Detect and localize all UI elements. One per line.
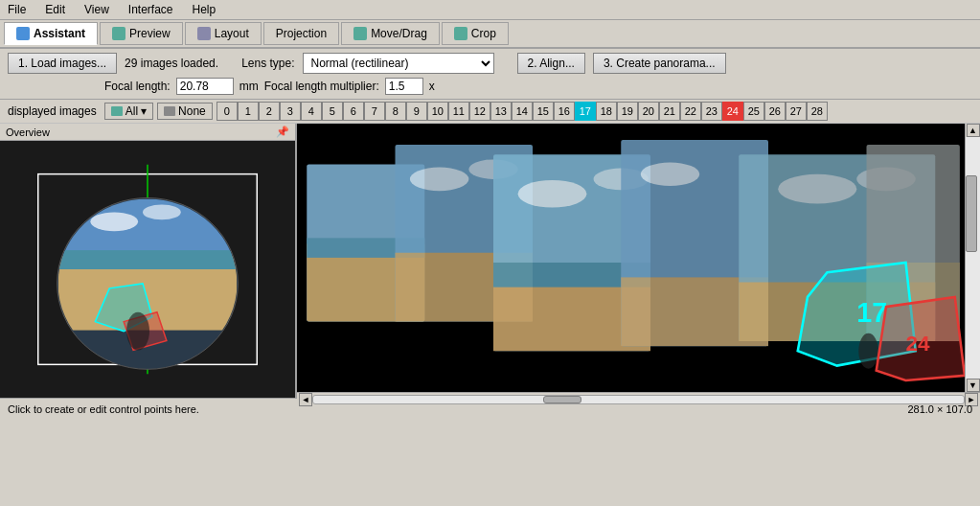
hscroll-thumb[interactable] — [543, 396, 581, 403]
multiplier-x-label: x — [429, 80, 435, 93]
lens-type-select[interactable]: Normal (rectilinear) — [303, 53, 494, 74]
img-num-btn-28[interactable]: 28 — [807, 102, 828, 121]
tab-assistant[interactable]: Assistant — [4, 22, 98, 45]
img-num-btn-7[interactable]: 7 — [364, 102, 385, 121]
img-num-btn-19[interactable]: 19 — [617, 102, 638, 121]
img-num-btn-21[interactable]: 21 — [659, 102, 680, 121]
svg-point-28 — [641, 162, 700, 186]
scroll-up-button[interactable]: ▲ — [967, 124, 980, 137]
overview-title: Overview — [6, 126, 50, 138]
all-images-button[interactable]: All ▾ — [104, 103, 153, 120]
overview-panel: Overview 📌 — [0, 124, 297, 398]
main-content: Overview 📌 — [0, 124, 980, 398]
img-num-btn-16[interactable]: 16 — [554, 102, 575, 121]
svg-point-31 — [778, 174, 856, 204]
scroll-thumb-v[interactable] — [966, 175, 977, 252]
controls-area: 1. Load images... 29 images loaded. Lens… — [0, 49, 980, 100]
menubar: File Edit View Interface Help — [0, 0, 980, 20]
focal-unit-label: mm — [239, 80, 259, 93]
load-images-button[interactable]: 1. Load images... — [8, 53, 117, 74]
img-num-btn-18[interactable]: 18 — [596, 102, 617, 121]
img-num-btn-10[interactable]: 10 — [427, 102, 448, 121]
vertical-scrollbar[interactable]: ▲ ▼ — [965, 124, 980, 392]
tabbar: Assistant Preview Layout Projection Move… — [0, 20, 980, 49]
img-num-btn-9[interactable]: 9 — [406, 102, 427, 121]
tab-movedrag[interactable]: Move/Drag — [341, 22, 440, 45]
svg-rect-9 — [58, 250, 238, 269]
all-icon — [111, 106, 123, 116]
overview-canvas[interactable] — [0, 141, 295, 398]
pano-view[interactable]: 17 24 — [297, 124, 965, 392]
pano-svg: 17 24 — [297, 124, 965, 392]
status-left: Click to create or edit control points h… — [8, 403, 199, 415]
tab-projection[interactable]: Projection — [263, 22, 339, 45]
menu-view[interactable]: View — [80, 2, 113, 17]
tab-crop[interactable]: Crop — [442, 22, 509, 45]
all-dropdown-icon: ▾ — [141, 104, 147, 118]
img-num-btn-12[interactable]: 12 — [469, 102, 490, 121]
pano-container: 17 24 ▲ ▼ ◄ — [297, 124, 980, 398]
img-num-btn-24[interactable]: 24 — [722, 102, 743, 121]
img-num-btn-0[interactable]: 0 — [217, 102, 238, 121]
img-num-btn-5[interactable]: 5 — [322, 102, 343, 121]
focal-length-label: Focal length: — [104, 80, 171, 93]
overview-header: Overview 📌 — [0, 124, 295, 141]
img-num-btn-11[interactable]: 11 — [448, 102, 469, 121]
svg-point-23 — [518, 180, 587, 208]
svg-text:24: 24 — [906, 332, 931, 356]
lens-type-label: Lens type: — [241, 57, 294, 70]
img-num-btn-22[interactable]: 22 — [680, 102, 701, 121]
menu-file[interactable]: File — [4, 2, 30, 17]
status-right: 281.0 × 107.0 — [907, 403, 972, 415]
svg-point-12 — [126, 312, 149, 351]
svg-point-7 — [143, 204, 181, 219]
horizontal-scrollbar[interactable]: ◄ ► — [297, 392, 980, 406]
menu-help[interactable]: Help — [189, 2, 220, 17]
crop-icon — [454, 27, 467, 40]
img-num-btn-17[interactable]: 17 — [575, 102, 596, 121]
overview-pin-icon[interactable]: 📌 — [276, 126, 289, 138]
scroll-left-button[interactable]: ◄ — [299, 393, 312, 406]
img-num-btn-25[interactable]: 25 — [743, 102, 764, 121]
scroll-down-button[interactable]: ▼ — [967, 379, 980, 392]
img-num-btn-20[interactable]: 20 — [638, 102, 659, 121]
multiplier-label: Focal length multiplier: — [264, 80, 379, 93]
img-num-btn-23[interactable]: 23 — [701, 102, 722, 121]
img-num-btn-6[interactable]: 6 — [343, 102, 364, 121]
pano-and-scrollbar: 17 24 ▲ ▼ — [297, 124, 980, 392]
displayed-images-row: displayed images All ▾ None 012345678910… — [0, 100, 980, 124]
tab-preview[interactable]: Preview — [100, 22, 183, 45]
img-num-btn-1[interactable]: 1 — [238, 102, 259, 121]
create-panorama-button[interactable]: 3. Create panorama... — [593, 53, 726, 74]
tab-layout[interactable]: Layout — [185, 22, 262, 45]
img-num-btn-13[interactable]: 13 — [490, 102, 512, 121]
focal-length-input[interactable] — [176, 78, 234, 95]
layout-icon — [197, 27, 211, 40]
image-number-buttons: 0123456789101112131415161718192021222324… — [217, 102, 828, 121]
svg-point-37 — [858, 334, 878, 369]
align-button[interactable]: 2. Align... — [517, 53, 585, 74]
img-num-btn-27[interactable]: 27 — [786, 102, 807, 121]
preview-icon — [112, 27, 125, 40]
overview-svg — [0, 141, 295, 398]
svg-point-6 — [90, 212, 138, 231]
img-num-btn-14[interactable]: 14 — [512, 102, 533, 121]
none-icon — [164, 106, 175, 116]
multiplier-input[interactable] — [385, 78, 423, 95]
img-num-btn-2[interactable]: 2 — [259, 102, 280, 121]
none-images-button[interactable]: None — [157, 103, 213, 120]
assistant-icon — [16, 27, 30, 40]
img-num-btn-15[interactable]: 15 — [533, 102, 554, 121]
svg-point-19 — [410, 168, 469, 192]
img-num-btn-26[interactable]: 26 — [764, 102, 786, 121]
img-num-btn-4[interactable]: 4 — [301, 102, 322, 121]
images-loaded-label: 29 images loaded. — [125, 57, 218, 70]
menu-edit[interactable]: Edit — [41, 2, 69, 17]
menu-interface[interactable]: Interface — [125, 2, 177, 17]
displayed-images-label: displayed images — [8, 104, 97, 118]
img-num-btn-3[interactable]: 3 — [280, 102, 301, 121]
hscroll-track[interactable] — [312, 395, 965, 404]
img-num-btn-8[interactable]: 8 — [385, 102, 406, 121]
movedrag-icon — [353, 27, 367, 40]
